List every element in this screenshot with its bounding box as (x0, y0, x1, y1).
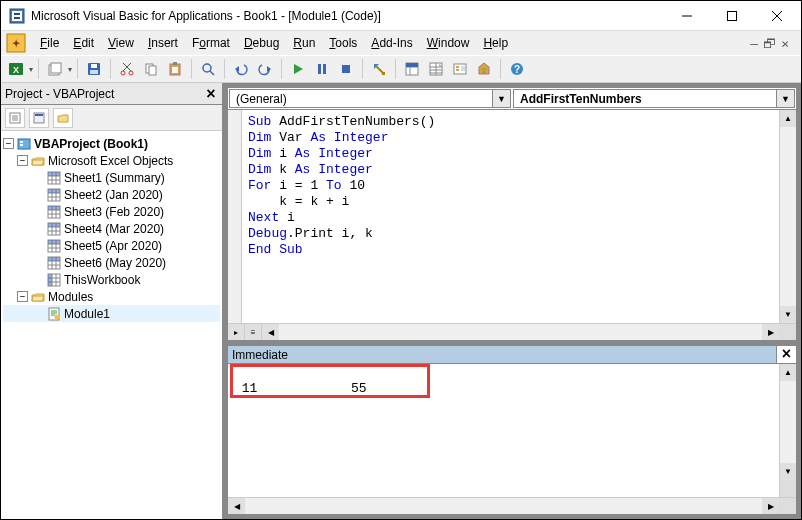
code-editor[interactable]: Sub AddFirstTenNumbers() Dim Var As Inte… (242, 110, 779, 323)
tree-sheet-item[interactable]: Sheet2 (Jan 2020) (3, 186, 220, 203)
scroll-down-icon[interactable]: ▼ (780, 463, 796, 480)
collapse-icon[interactable]: − (17, 155, 28, 166)
menu-tools[interactable]: Tools (322, 33, 364, 53)
view-code-button[interactable] (5, 108, 25, 128)
scroll-right-icon[interactable]: ▶ (762, 324, 779, 340)
collapse-icon[interactable]: − (3, 138, 14, 149)
immediate-window-text[interactable]: 11 55 (228, 364, 779, 497)
menu-help[interactable]: Help (476, 33, 515, 53)
tree-sheet-item[interactable]: Sheet4 (Mar 2020) (3, 220, 220, 237)
toggle-folders-button[interactable] (53, 108, 73, 128)
window-maximize-button[interactable] (709, 2, 754, 30)
cut-button[interactable] (116, 58, 138, 80)
toolbox-button[interactable] (473, 58, 495, 80)
undo-button[interactable] (230, 58, 252, 80)
procedure-combo[interactable]: AddFirstTenNumbers ▼ (513, 89, 795, 108)
immediate-window-titlebar[interactable]: Immediate × (228, 346, 796, 364)
svg-point-26 (203, 64, 211, 72)
scroll-up-icon[interactable]: ▲ (780, 364, 796, 381)
tree-sheet-item[interactable]: Sheet1 (Summary) (3, 169, 220, 186)
immediate-window-close-button[interactable]: × (776, 346, 796, 363)
paste-button[interactable] (164, 58, 186, 80)
window-close-button[interactable] (754, 2, 799, 30)
help-button[interactable]: ? (506, 58, 528, 80)
project-explorer-close-button[interactable]: × (200, 85, 222, 103)
tree-thisworkbook-item[interactable]: ThisWorkbook (3, 271, 220, 288)
menu-view[interactable]: View (101, 33, 141, 53)
menu-window[interactable]: Window (420, 33, 477, 53)
tree-sheet-item[interactable]: Sheet6 (May 2020) (3, 254, 220, 271)
menu-insert[interactable]: Insert (141, 33, 185, 53)
design-mode-button[interactable] (368, 58, 390, 80)
dropdown-arrow-icon[interactable]: ▼ (492, 90, 510, 107)
menu-file[interactable]: File (33, 33, 66, 53)
tree-folder-modules[interactable]: − Modules (3, 288, 220, 305)
tree-item-label: Sheet2 (Jan 2020) (64, 188, 163, 202)
svg-line-35 (376, 66, 383, 73)
tree-root[interactable]: − VBAProject (Book1) (3, 135, 220, 152)
scrollbar-corner (779, 324, 796, 340)
code-vertical-scrollbar[interactable]: ▲ ▼ (779, 110, 796, 323)
procedure-combo-value: AddFirstTenNumbers (520, 92, 642, 106)
menu-edit[interactable]: Edit (66, 33, 101, 53)
object-combo[interactable]: (General) ▼ (229, 89, 511, 108)
mdi-close-button[interactable]: × (781, 36, 789, 51)
immediate-horizontal-scrollbar[interactable]: ◀ ▶ (228, 497, 796, 514)
redo-button[interactable] (254, 58, 276, 80)
svg-rect-40 (406, 63, 418, 67)
svg-rect-87 (48, 223, 60, 227)
svg-rect-22 (149, 66, 156, 75)
tree-module-item[interactable]: Module1 (3, 305, 220, 322)
svg-rect-25 (172, 67, 178, 73)
svg-point-19 (121, 71, 125, 75)
menubar: ✦ File Edit View Insert Format Debug Run… (1, 31, 801, 55)
scroll-down-icon[interactable]: ▼ (780, 306, 796, 323)
immediate-vertical-scrollbar[interactable]: ▲ ▼ (779, 364, 796, 497)
project-explorer-button[interactable] (401, 58, 423, 80)
scroll-up-icon[interactable]: ▲ (780, 110, 796, 127)
mdi-minimize-button[interactable]: – (750, 36, 758, 51)
mdi-window-controls: – 🗗 × (750, 36, 797, 51)
tree-sheet-item[interactable]: Sheet3 (Feb 2020) (3, 203, 220, 220)
svg-rect-93 (48, 240, 60, 244)
insert-item-button[interactable] (44, 58, 66, 80)
tree-folder-excel-objects[interactable]: − Microsoft Excel Objects (3, 152, 220, 169)
procedure-view-button[interactable]: ▸ (228, 324, 245, 340)
code-margin[interactable] (228, 110, 242, 323)
code-window: (General) ▼ AddFirstTenNumbers ▼ Sub Add… (227, 87, 797, 341)
dropdown-arrow-icon[interactable]: ▾ (68, 65, 72, 74)
scroll-left-icon[interactable]: ◀ (262, 324, 279, 340)
find-button[interactable] (197, 58, 219, 80)
reset-button[interactable] (335, 58, 357, 80)
collapse-icon[interactable]: − (17, 291, 28, 302)
menu-addins[interactable]: Add-Ins (364, 33, 419, 53)
menu-format[interactable]: Format (185, 33, 237, 53)
menu-debug[interactable]: Debug (237, 33, 286, 53)
run-button[interactable] (287, 58, 309, 80)
immediate-output-line: 11 55 (234, 381, 367, 396)
code-combo-row: (General) ▼ AddFirstTenNumbers ▼ (228, 88, 796, 110)
properties-window-button[interactable] (425, 58, 447, 80)
view-excel-button[interactable]: X (5, 58, 27, 80)
project-tree[interactable]: − VBAProject (Book1) − Microsoft Excel O… (1, 131, 222, 519)
break-button[interactable] (311, 58, 333, 80)
tree-sheet-item[interactable]: Sheet5 (Apr 2020) (3, 237, 220, 254)
copy-button[interactable] (140, 58, 162, 80)
dropdown-arrow-icon[interactable]: ▼ (776, 90, 794, 107)
window-minimize-button[interactable] (664, 2, 709, 30)
mdi-restore-button[interactable]: 🗗 (763, 36, 776, 51)
code-horizontal-scrollbar[interactable]: ▸ ≡ ◀ ▶ (228, 323, 796, 340)
svg-rect-5 (727, 11, 736, 20)
project-explorer-title: Project - VBAProject × (1, 83, 222, 105)
svg-rect-1 (12, 11, 22, 21)
menu-run[interactable]: Run (286, 33, 322, 53)
full-module-view-button[interactable]: ≡ (245, 324, 262, 340)
window-title: Microsoft Visual Basic for Applications … (31, 9, 664, 23)
scroll-right-icon[interactable]: ▶ (762, 498, 779, 514)
scroll-left-icon[interactable]: ◀ (228, 498, 245, 514)
save-button[interactable] (83, 58, 105, 80)
tree-item-label: Sheet6 (May 2020) (64, 256, 166, 270)
view-object-button[interactable] (29, 108, 49, 128)
object-browser-button[interactable] (449, 58, 471, 80)
dropdown-arrow-icon[interactable]: ▾ (29, 65, 33, 74)
